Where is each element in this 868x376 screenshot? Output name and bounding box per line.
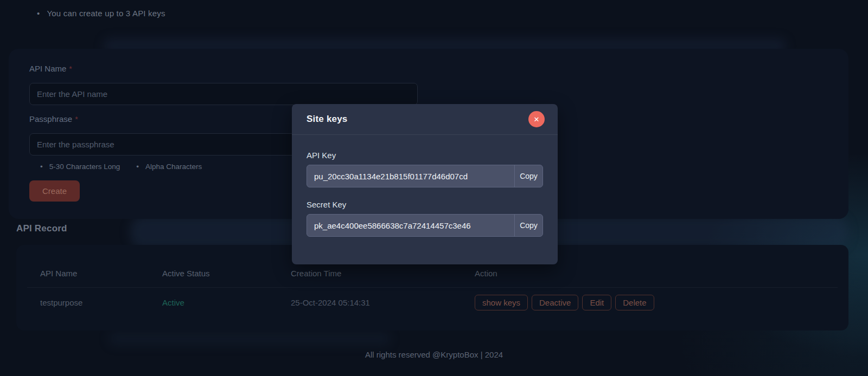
modal-header: Site keys ✕: [292, 104, 558, 135]
api-key-label: API Key: [307, 151, 543, 160]
copy-secret-key-button[interactable]: Copy: [514, 215, 542, 236]
secret-key-value: pk_ae4c400ee5866638c7a72414457c3e46: [307, 215, 514, 236]
api-key-field: pu_20cc30a1134e21b815f01177d46d07cd Copy: [307, 165, 543, 187]
site-keys-modal: Site keys ✕ API Key pu_20cc30a1134e21b81…: [292, 104, 558, 264]
close-icon[interactable]: ✕: [528, 111, 545, 127]
modal-body: API Key pu_20cc30a1134e21b815f01177d46d0…: [292, 151, 558, 237]
modal-title: Site keys: [307, 114, 348, 125]
api-key-value: pu_20cc30a1134e21b815f01177d46d07cd: [307, 165, 514, 187]
secret-key-label: Secret Key: [307, 200, 543, 209]
copy-api-key-button[interactable]: Copy: [514, 165, 542, 187]
secret-key-field: pk_ae4c400ee5866638c7a72414457c3e46 Copy: [307, 214, 543, 237]
